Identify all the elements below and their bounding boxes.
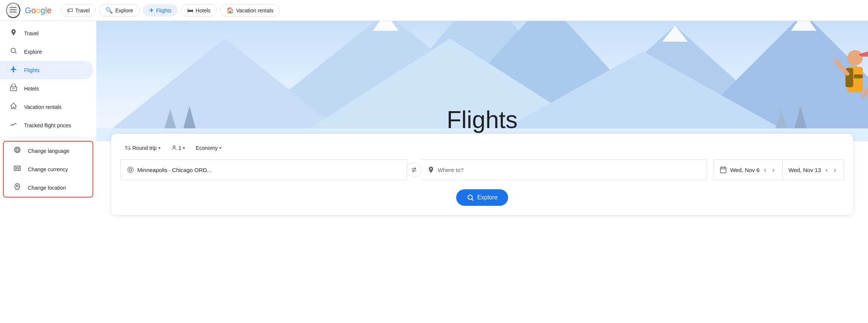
round-trip-icon [125, 145, 131, 151]
tracked-flights-sidebar-icon [9, 121, 18, 130]
swap-button[interactable] [407, 162, 422, 177]
flights-sidebar-icon [9, 65, 18, 75]
svg-rect-1 [10, 9, 17, 10]
sidebar-item-flights[interactable]: Flights [0, 61, 93, 79]
explore-search-icon [467, 194, 474, 201]
hotels-sidebar-icon [9, 84, 18, 93]
sidebar-change-location-label: Change location [28, 185, 66, 191]
nav-chip-travel[interactable]: 🏷 Travel [61, 4, 96, 17]
svg-rect-7 [14, 88, 15, 89]
svg-marker-34 [662, 26, 688, 42]
svg-point-53 [129, 169, 132, 171]
hamburger-icon [10, 6, 17, 13]
svg-rect-5 [11, 87, 17, 91]
nav-chip-vacation-rentals-label: Vacation rentals [236, 8, 273, 14]
explore-icon: 🔍 [105, 7, 113, 14]
sidebar-item-explore[interactable]: Explore [0, 42, 93, 61]
date-to-next[interactable]: › [832, 165, 838, 175]
search-options-row: Round trip ▾ 1 ▾ Economy ▾ [120, 143, 844, 153]
nav-chip-hotels[interactable]: 🛏 Hotels [181, 4, 217, 17]
trip-type-label: Round trip [132, 145, 157, 151]
svg-point-52 [173, 146, 175, 148]
passengers-label: 1 [179, 145, 182, 151]
nav-chip-explore-label: Explore [115, 8, 133, 14]
nav-chip-hotels-label: Hotels [196, 8, 211, 14]
svg-line-60 [472, 199, 473, 201]
date-from-prev[interactable]: ‹ [763, 165, 768, 175]
svg-rect-55 [721, 167, 726, 173]
swap-icon [411, 166, 417, 173]
search-fields-row: Minneapolis · Chicago ORD... Where to? [120, 159, 844, 180]
origin-field[interactable]: Minneapolis · Chicago ORD... [120, 159, 407, 180]
date-from-value: Wed, Nov 6 [730, 167, 759, 173]
destination-field[interactable]: Where to? [421, 159, 707, 180]
sidebar-item-change-language[interactable]: Change language [4, 142, 93, 160]
passengers-icon [171, 145, 177, 151]
explore-button[interactable]: Explore [456, 189, 508, 206]
svg-line-4 [15, 52, 17, 54]
sidebar-item-vacation-rentals[interactable]: Vacation rentals [0, 98, 93, 116]
svg-point-14 [17, 168, 18, 169]
nav-chip-travel-label: Travel [75, 8, 90, 14]
passengers-chevron: ▾ [183, 145, 185, 151]
origin-pin-icon [127, 166, 134, 174]
sidebar-item-change-currency[interactable]: Change currency [4, 160, 93, 178]
explore-button-label: Explore [477, 194, 498, 201]
sidebar-change-currency-label: Change currency [28, 166, 68, 172]
svg-point-54 [128, 167, 134, 173]
sidebar-item-hotels-label: Hotels [24, 86, 39, 92]
destination-placeholder: Where to? [438, 167, 464, 173]
calendar-icon [719, 166, 727, 174]
vacation-rentals-sidebar-icon [9, 102, 18, 112]
passengers-button[interactable]: 1 ▾ [167, 143, 190, 153]
nav-chip-vacation-rentals[interactable]: 🏠 Vacation rentals [220, 4, 280, 17]
location-icon [13, 183, 22, 192]
sidebar-change-language-label: Change language [28, 148, 70, 154]
hotels-icon: 🛏 [187, 7, 193, 14]
hero-title: Flights [447, 106, 518, 134]
top-nav-chips: 🏷 Travel 🔍 Explore ✈ Flights 🛏 Hotels 🏠 … [61, 4, 280, 17]
sidebar-item-vacation-rentals-label: Vacation rentals [24, 104, 61, 110]
sidebar-item-flights-label: Flights [24, 67, 39, 73]
svg-rect-6 [12, 88, 14, 89]
sidebar-item-change-location[interactable]: Change location [4, 178, 93, 197]
nav-chip-flights-label: Flights [156, 8, 171, 14]
sidebar-item-tracked-label: Tracked flight prices [24, 122, 71, 128]
nav-chip-explore[interactable]: 🔍 Explore [99, 4, 139, 17]
search-panel: Round trip ▾ 1 ▾ Economy ▾ [111, 134, 853, 215]
hero-banner: Flights [96, 21, 868, 141]
main-content: Flights Round trip ▾ [96, 21, 868, 323]
svg-rect-2 [10, 12, 17, 12]
origin-value: Minneapolis · Chicago ORD... [137, 167, 212, 173]
travel-sidebar-icon [9, 29, 18, 38]
menu-button[interactable] [6, 3, 20, 18]
vacation-rentals-icon: 🏠 [226, 7, 234, 14]
nav-chip-flights[interactable]: ✈ Flights [143, 4, 178, 17]
sidebar-item-tracked-flight-prices[interactable]: Tracked flight prices [0, 116, 93, 134]
sidebar-item-explore-label: Explore [24, 49, 42, 55]
sidebar-item-travel[interactable]: Travel [0, 24, 93, 42]
main-layout: Travel Explore Flights Hotels Vacation r… [0, 21, 868, 323]
date-from-field[interactable]: Wed, Nov 6 ‹ › [713, 159, 782, 180]
explore-sidebar-icon [9, 47, 18, 56]
sidebar: Travel Explore Flights Hotels Vacation r… [0, 21, 96, 323]
sidebar-item-travel-label: Travel [24, 30, 38, 36]
date-to-value: Wed, Nov 13 [789, 167, 821, 173]
svg-point-17 [17, 185, 18, 187]
class-label: Economy [196, 145, 217, 151]
destination-pin-icon [427, 166, 435, 174]
date-from-next[interactable]: › [771, 165, 776, 175]
svg-point-40 [847, 50, 863, 65]
svg-rect-0 [10, 7, 17, 8]
travel-icon: 🏷 [67, 7, 73, 14]
date-to-prev[interactable]: ‹ [824, 165, 829, 175]
class-button[interactable]: Economy ▾ [191, 143, 226, 153]
flights-icon: ✈ [149, 7, 154, 14]
sidebar-item-hotels[interactable]: Hotels [0, 79, 93, 98]
trip-type-button[interactable]: Round trip ▾ [120, 143, 165, 153]
date-fields: Wed, Nov 6 ‹ › Wed, Nov 13 ‹ › [710, 159, 844, 180]
date-to-field[interactable]: Wed, Nov 13 ‹ › [783, 159, 844, 180]
currency-icon [13, 165, 22, 174]
sidebar-highlighted-section: Change language Change currency Change l… [3, 141, 93, 198]
svg-rect-43 [854, 74, 863, 78]
